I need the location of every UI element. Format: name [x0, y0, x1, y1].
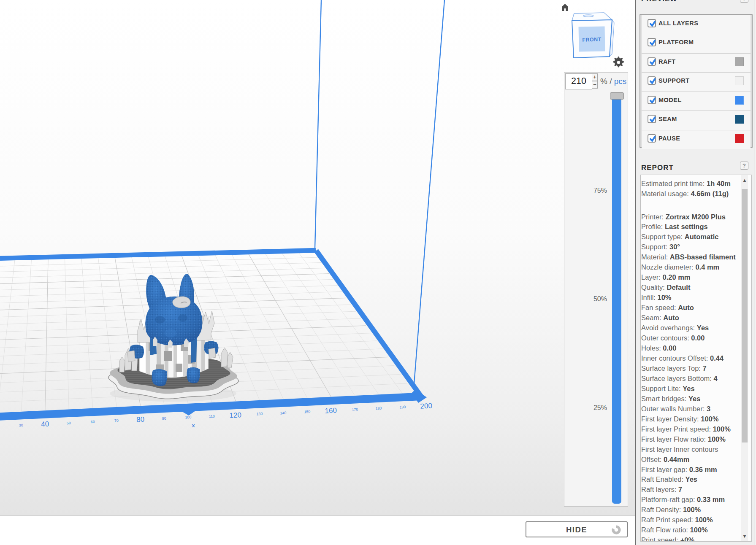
- svg-text:150: 150: [304, 410, 310, 414]
- svg-text:90: 90: [162, 416, 166, 421]
- svg-text:50: 50: [67, 421, 71, 426]
- svg-text:170: 170: [352, 407, 358, 412]
- svg-text:x: x: [192, 422, 195, 429]
- svg-text:30: 30: [19, 423, 23, 428]
- svg-text:200: 200: [420, 402, 432, 410]
- svg-text:80: 80: [136, 415, 145, 424]
- svg-text:40: 40: [41, 420, 49, 429]
- svg-text:190: 190: [399, 405, 406, 410]
- svg-text:140: 140: [280, 411, 286, 415]
- svg-text:60: 60: [91, 420, 95, 424]
- svg-text:FRONT: FRONT: [582, 36, 602, 43]
- svg-text:120: 120: [229, 411, 241, 419]
- svg-text:100: 100: [185, 415, 191, 420]
- svg-text:130: 130: [256, 412, 263, 416]
- svg-text:70: 70: [114, 418, 119, 423]
- svg-text:160: 160: [325, 406, 337, 415]
- svg-text:180: 180: [375, 406, 382, 411]
- svg-text:110: 110: [209, 414, 215, 419]
